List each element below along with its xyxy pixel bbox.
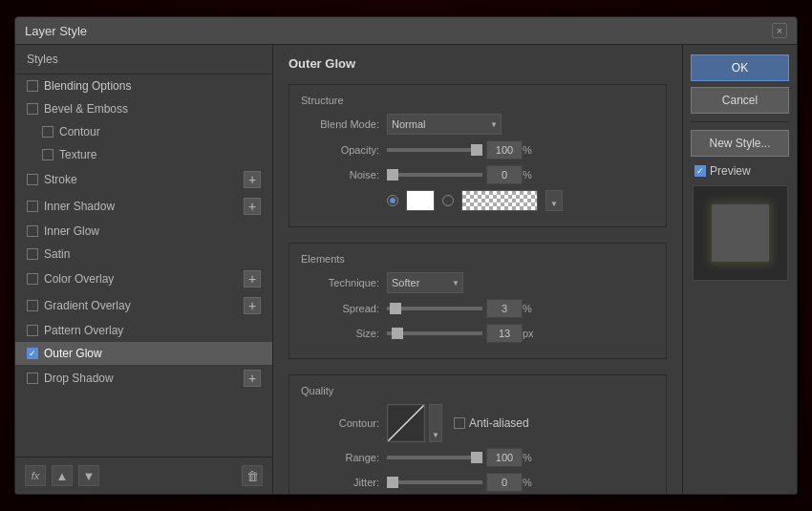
checkbox-color-overlay[interactable] <box>27 273 38 285</box>
add-drop-shadow-button[interactable]: + <box>244 370 261 387</box>
add-stroke-button[interactable]: + <box>244 171 261 188</box>
range-row: Range: 100 % <box>301 448 654 467</box>
sidebar-item-outer-glow[interactable]: Outer Glow <box>15 342 272 365</box>
delete-button[interactable]: 🗑 <box>242 465 263 486</box>
jitter-slider[interactable] <box>387 480 482 484</box>
opacity-label: Opacity: <box>301 144 387 156</box>
up-icon: ▲ <box>56 469 69 483</box>
checkbox-inner-shadow[interactable] <box>27 201 38 212</box>
checkbox-pattern-overlay[interactable] <box>27 325 38 336</box>
move-down-button[interactable]: ▼ <box>78 465 99 486</box>
blend-mode-label: Blend Mode: <box>301 118 387 130</box>
technique-row: Technique: Softer Precise <box>301 272 654 293</box>
sidebar-item-inner-shadow[interactable]: Inner Shadow + <box>15 193 272 220</box>
cancel-button[interactable]: Cancel <box>691 87 789 114</box>
opacity-slider[interactable] <box>387 148 482 152</box>
jitter-input[interactable]: 0 <box>486 473 523 492</box>
label-bevel-emboss: Bevel & Emboss <box>44 102 128 116</box>
gradient-dropdown-button[interactable]: ▼ <box>545 190 563 211</box>
contour-wrapper: ▼ Anti-aliased <box>387 404 529 442</box>
sidebar-item-blending-options[interactable]: Blending Options <box>15 75 272 97</box>
sidebar-item-texture[interactable]: Texture <box>15 143 272 166</box>
size-input[interactable]: 13 <box>486 324 523 343</box>
checkbox-inner-glow[interactable] <box>27 225 38 237</box>
contour-dropdown-icon: ▼ <box>432 431 439 439</box>
preview-label: Preview <box>710 164 751 178</box>
color-swatch[interactable] <box>406 190 435 211</box>
checkbox-stroke[interactable] <box>27 174 38 185</box>
jitter-unit: % <box>523 477 538 488</box>
checkbox-gradient-overlay[interactable] <box>27 300 38 311</box>
blend-mode-select[interactable]: Normal Dissolve Multiply Screen Overlay <box>387 114 502 135</box>
divider <box>691 121 789 122</box>
label-stroke: Stroke <box>44 173 77 186</box>
range-slider[interactable] <box>387 456 482 459</box>
noise-unit: % <box>523 169 538 181</box>
fx-label: fx <box>32 470 40 481</box>
left-panel: Styles Blending Options Bevel & Emboss <box>15 45 273 494</box>
noise-input[interactable]: 0 <box>486 165 523 184</box>
quality-title: Quality <box>301 385 654 396</box>
checkbox-outer-glow[interactable] <box>27 348 38 359</box>
down-icon: ▼ <box>83 469 96 483</box>
label-contour: Contour <box>59 125 100 138</box>
checkbox-preview[interactable] <box>694 165 706 177</box>
noise-slider[interactable] <box>387 173 482 177</box>
sidebar-item-bevel-emboss[interactable]: Bevel & Emboss <box>15 97 272 120</box>
new-style-button[interactable]: New Style... <box>691 130 789 157</box>
label-color-overlay: Color Overlay <box>44 272 114 286</box>
checkbox-anti-alias[interactable] <box>454 417 465 429</box>
sidebar-item-pattern-overlay[interactable]: Pattern Overlay <box>15 319 272 342</box>
dialog-title: Layer Style <box>25 24 87 38</box>
checkbox-blending-options[interactable] <box>27 80 38 92</box>
size-unit: px <box>523 328 538 339</box>
right-panel: OK Cancel New Style... Preview <box>682 45 797 494</box>
ok-button[interactable]: OK <box>691 54 789 81</box>
section-title: Outer Glow <box>288 56 667 71</box>
sidebar-item-color-overlay[interactable]: Color Overlay + <box>15 266 272 292</box>
opacity-unit: % <box>523 144 538 156</box>
layer-style-dialog: Layer Style × Styles Blending Options <box>14 16 798 495</box>
range-label: Range: <box>301 452 387 463</box>
checkbox-bevel-emboss[interactable] <box>27 103 38 115</box>
sidebar-item-stroke[interactable]: Stroke + <box>15 166 272 193</box>
title-bar: Layer Style × <box>15 17 797 45</box>
size-row: Size: 13 px <box>301 324 654 343</box>
label-drop-shadow: Drop Shadow <box>44 372 114 385</box>
preview-thumbnail <box>693 185 788 281</box>
add-inner-shadow-button[interactable]: + <box>244 198 261 215</box>
contour-preview[interactable] <box>387 404 425 442</box>
sidebar-item-contour[interactable]: Contour <box>15 120 272 143</box>
contour-dropdown-button[interactable]: ▼ <box>429 404 442 442</box>
gradient-radio[interactable] <box>442 195 454 206</box>
sidebar-item-gradient-overlay[interactable]: Gradient Overlay + <box>15 292 272 319</box>
noise-row: Noise: 0 % <box>301 165 654 184</box>
spread-slider[interactable] <box>387 307 482 310</box>
size-slider[interactable] <box>387 331 482 335</box>
checkbox-texture[interactable] <box>42 149 53 160</box>
label-gradient-overlay: Gradient Overlay <box>44 299 131 312</box>
sidebar-item-drop-shadow[interactable]: Drop Shadow + <box>15 365 272 392</box>
range-unit: % <box>523 452 538 463</box>
checkbox-drop-shadow[interactable] <box>27 373 38 384</box>
technique-select[interactable]: Softer Precise <box>387 272 463 293</box>
dialog-body: Styles Blending Options Bevel & Emboss <box>15 45 797 494</box>
left-footer: fx ▲ ▼ 🗑 <box>15 457 272 494</box>
gradient-swatch[interactable] <box>461 190 538 211</box>
add-color-overlay-button[interactable]: + <box>244 270 261 287</box>
close-button[interactable]: × <box>772 23 787 38</box>
fx-button[interactable]: fx <box>25 465 46 486</box>
spread-input[interactable]: 3 <box>486 299 523 318</box>
solid-color-radio[interactable] <box>387 195 398 206</box>
swatch-row: ▼ <box>387 190 654 211</box>
sidebar-item-inner-glow[interactable]: Inner Glow <box>15 220 272 243</box>
label-outer-glow: Outer Glow <box>44 347 102 360</box>
add-gradient-overlay-button[interactable]: + <box>244 297 261 314</box>
opacity-input[interactable]: 100 <box>486 140 523 160</box>
sidebar-item-satin[interactable]: Satin <box>15 243 272 266</box>
range-input[interactable]: 100 <box>486 448 523 467</box>
move-up-button[interactable]: ▲ <box>52 465 73 486</box>
jitter-row: Jitter: 0 % <box>301 473 654 492</box>
checkbox-satin[interactable] <box>27 248 38 260</box>
checkbox-contour[interactable] <box>42 126 53 138</box>
